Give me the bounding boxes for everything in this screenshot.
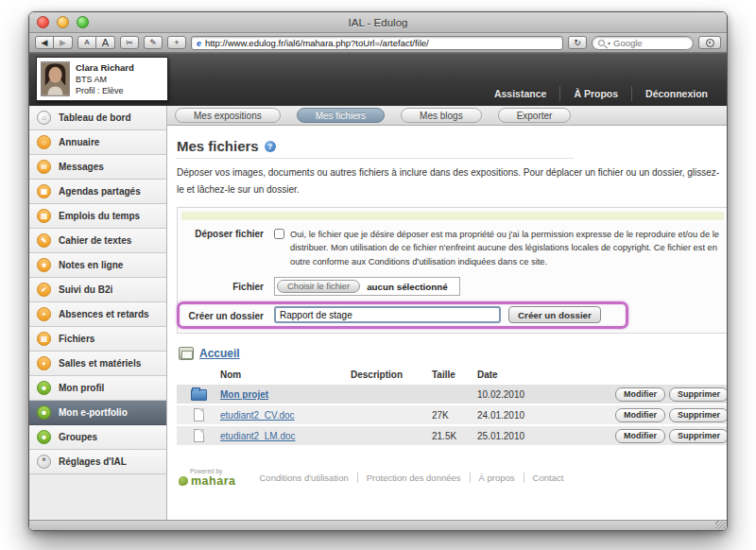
forward-icon[interactable]: ▶: [54, 36, 73, 49]
sidebar-item-label: Mon profil: [59, 383, 104, 393]
sidebar-item-label: Salles et matériels: [59, 358, 141, 369]
folder-icon: [191, 389, 207, 401]
back-icon[interactable]: ◀: [35, 36, 54, 49]
clip-icon[interactable]: ✂: [120, 36, 139, 49]
sidebar-item-salles-et-materiels[interactable]: ♦Salles et matériels: [29, 352, 166, 376]
delete-button[interactable]: Supprimer: [669, 408, 727, 422]
powered-by-text: Powered by: [190, 468, 235, 474]
sidebar-item-suivi-du-b2i[interactable]: ✔Suivi du B2i: [29, 278, 166, 302]
folder-link[interactable]: Mon projet: [220, 389, 268, 400]
tab-exporter[interactable]: Exporter: [498, 108, 572, 123]
close-window-button[interactable]: [37, 16, 49, 28]
column-header-nom: Nom: [220, 370, 351, 380]
sidebar-item-reglages-dial[interactable]: *Réglages d'IAL: [29, 450, 166, 474]
groups-icon: ☻: [37, 430, 51, 444]
url-input[interactable]: [205, 38, 558, 48]
notification-strip: [181, 212, 724, 220]
chevron-down-icon: ▾: [608, 40, 610, 46]
address-bar[interactable]: e: [191, 36, 563, 50]
sidebar-item-label: Fichiers: [59, 334, 94, 344]
sidebar-item-label: Absences et retards: [59, 309, 149, 319]
resize-grip[interactable]: [715, 521, 726, 529]
report-bug-icon: [706, 39, 714, 47]
window-title: IAL - Edulog: [29, 17, 727, 28]
decrease-font-button[interactable]: A: [77, 36, 96, 49]
minimize-window-button[interactable]: [57, 16, 69, 28]
row-date: 10.02.2010: [477, 389, 581, 400]
footer-link-conditions[interactable]: Conditions d'utilisation: [250, 473, 356, 483]
file-link[interactable]: etudiant2_CV.doc: [220, 410, 295, 421]
sidebar-item-tableau-de-bord[interactable]: ⌂Tableau de bord: [29, 106, 166, 130]
mail-icon: ✉: [37, 160, 51, 174]
sidebar-item-label: Mon e-portfolio: [59, 407, 128, 418]
modify-button[interactable]: Modifier: [615, 387, 665, 402]
sidebar-item-fichiers[interactable]: ▤Fichiers: [29, 327, 166, 352]
window-statusbar: [29, 520, 727, 530]
table-row: etudiant2_CV.doc 27K 24.01.2010 Modifier…: [177, 405, 727, 424]
sidebar-item-notes-en-ligne[interactable]: ★Notes en ligne: [29, 253, 166, 278]
nav-a-propos[interactable]: À Propos: [559, 86, 631, 101]
content-column: Mes expositions Mes fichiers Mes blogs E…: [167, 106, 727, 520]
compose-icon[interactable]: ✎: [144, 36, 163, 49]
help-icon[interactable]: ?: [265, 141, 276, 152]
sidebar-item-cahier-de-textes[interactable]: ✎Cahier de textes: [29, 229, 166, 253]
profile-class: BTS AM: [76, 74, 134, 85]
sidebar-item-annuaire[interactable]: ☺Annuaire: [29, 130, 166, 155]
browser-toolbar: ◀ ▶ A A ✂ ✎ + e ↻ ▾: [29, 33, 727, 53]
files-table: Nom Description Taille Date Mon projet: [177, 367, 727, 445]
search-icon: [598, 40, 605, 46]
file-link[interactable]: etudiant2_LM.doc: [220, 431, 296, 441]
b2i-icon: ✔: [37, 283, 51, 297]
sidebar-item-agendas-partages[interactable]: ▦Agendas partagés: [29, 180, 166, 204]
avatar: [41, 61, 70, 96]
search-field[interactable]: ▾: [592, 36, 694, 50]
sidebar-item-messages[interactable]: ✉Messages: [29, 155, 166, 180]
upload-panel: Déposer fichier Oui, le fichier que je d…: [177, 207, 727, 334]
sidebar-item-emplois-du-temps[interactable]: ▧Emplois du temps: [29, 204, 166, 229]
refresh-icon[interactable]: ↻: [568, 36, 587, 49]
calendar-icon: ▦: [37, 184, 51, 198]
choose-file-button[interactable]: Choisir le fichier: [277, 280, 360, 293]
zoom-window-button[interactable]: [77, 16, 89, 28]
nav-assistance[interactable]: Assistance: [481, 86, 559, 101]
profile-name: Clara Richard: [76, 62, 134, 74]
modify-button[interactable]: Modifier: [615, 429, 665, 443]
sidebar-item-mon-e-portfolio[interactable]: ☻Mon e-portfolio: [29, 401, 166, 425]
timetable-icon: ▧: [37, 209, 51, 223]
document-icon: [194, 429, 204, 442]
files-icon: ▤: [37, 332, 51, 346]
file-input[interactable]: Choisir le fichier aucun sélectionné: [274, 277, 460, 296]
sidebar-item-absences-et-retards[interactable]: +Absences et retards: [29, 302, 166, 327]
table-row: Mon projet 10.02.2010 Modifier Supprimer: [177, 385, 727, 404]
modify-button[interactable]: Modifier: [615, 408, 665, 422]
sidebar-item-mon-profil[interactable]: ☻Mon profil: [29, 376, 166, 401]
row-size: 21.5K: [432, 431, 477, 441]
nav-deconnexion[interactable]: Déconnexion: [631, 86, 721, 101]
home-folder-icon: [179, 347, 194, 360]
tab-mes-expositions[interactable]: Mes expositions: [175, 108, 281, 123]
sidebar-item-label: Tableau de bord: [59, 112, 131, 123]
tab-mes-blogs[interactable]: Mes blogs: [401, 108, 482, 123]
folder-name-input[interactable]: [274, 306, 501, 323]
report-bug-button[interactable]: [698, 36, 721, 49]
new-tab-button[interactable]: +: [167, 36, 186, 49]
footer-link-protection[interactable]: Protection des données: [357, 473, 470, 483]
footer-link-contact[interactable]: Contact: [524, 473, 573, 483]
eportfolio-icon: ☻: [37, 405, 51, 420]
page-title: Mes fichiers: [177, 138, 259, 154]
copyright-agreement-checkbox[interactable]: [274, 229, 284, 239]
window-titlebar[interactable]: IAL - Edulog: [29, 12, 727, 33]
sidebar-item-label: Annuaire: [59, 137, 99, 147]
absences-icon: +: [37, 307, 51, 321]
sidebar-item-groupes[interactable]: ☻Groupes: [29, 425, 166, 450]
increase-font-button[interactable]: A: [96, 36, 115, 49]
delete-button[interactable]: Supprimer: [669, 429, 727, 443]
create-folder-button[interactable]: Créer un dossier: [508, 306, 601, 323]
delete-button[interactable]: Supprimer: [669, 387, 727, 402]
directory-icon: ☺: [37, 135, 51, 149]
main-content: Mes fichiers ? Déposer vos images, docum…: [167, 126, 727, 520]
tab-mes-fichiers[interactable]: Mes fichiers: [297, 108, 385, 123]
breadcrumb-accueil-link[interactable]: Accueil: [199, 347, 240, 360]
footer-link-a-propos[interactable]: À propos: [470, 473, 524, 483]
search-input[interactable]: [613, 38, 687, 48]
